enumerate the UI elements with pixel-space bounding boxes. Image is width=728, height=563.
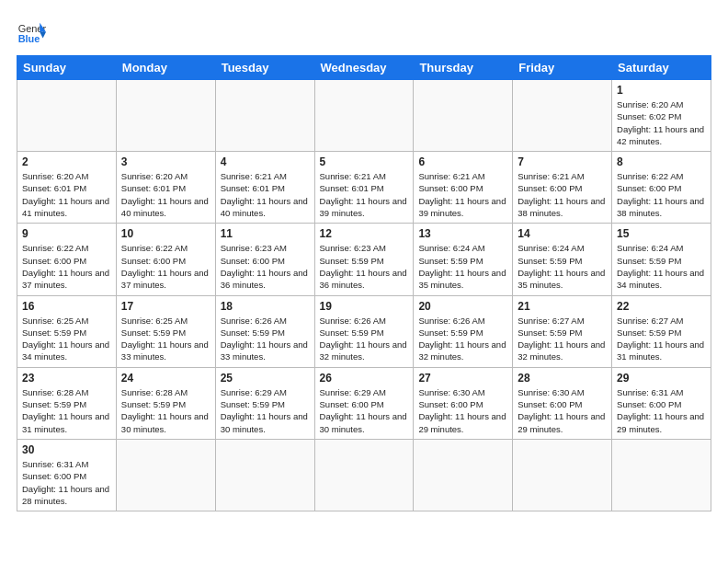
calendar-cell: 5Sunrise: 6:21 AMSunset: 6:01 PMDaylight… xyxy=(314,152,414,224)
day-number: 3 xyxy=(121,155,210,168)
day-number: 25 xyxy=(221,372,310,385)
day-number: 27 xyxy=(418,372,507,385)
calendar-cell: 11Sunrise: 6:23 AMSunset: 6:00 PMDayligh… xyxy=(215,224,314,295)
weekday-header-wednesday: Wednesday xyxy=(314,56,414,80)
weekday-header-thursday: Thursday xyxy=(414,56,513,80)
calendar-cell xyxy=(513,439,612,511)
calendar-cell: 30Sunrise: 6:31 AMSunset: 6:00 PMDayligh… xyxy=(17,439,117,511)
day-number: 18 xyxy=(221,300,310,313)
svg-text:Blue: Blue xyxy=(18,33,40,44)
cell-sun-info: Sunrise: 6:30 AMSunset: 6:00 PMDaylight:… xyxy=(518,386,607,435)
day-number: 28 xyxy=(518,372,607,385)
cell-sun-info: Sunrise: 6:27 AMSunset: 5:59 PMDaylight:… xyxy=(617,315,706,363)
day-number: 14 xyxy=(518,227,607,240)
calendar-week-row: 23Sunrise: 6:28 AMSunset: 5:59 PMDayligh… xyxy=(17,367,711,439)
day-number: 29 xyxy=(617,372,706,385)
calendar-cell xyxy=(116,80,215,152)
calendar-week-row: 30Sunrise: 6:31 AMSunset: 6:00 PMDayligh… xyxy=(17,439,711,511)
calendar-cell: 21Sunrise: 6:27 AMSunset: 5:59 PMDayligh… xyxy=(513,295,612,367)
day-number: 19 xyxy=(320,300,409,313)
cell-sun-info: Sunrise: 6:23 AMSunset: 5:59 PMDaylight:… xyxy=(320,242,409,291)
cell-sun-info: Sunrise: 6:26 AMSunset: 5:59 PMDaylight:… xyxy=(418,315,507,363)
day-number: 23 xyxy=(22,372,111,385)
day-number: 22 xyxy=(617,300,706,313)
calendar-cell xyxy=(314,439,414,511)
day-number: 30 xyxy=(22,443,111,456)
calendar-week-row: 2Sunrise: 6:20 AMSunset: 6:01 PMDaylight… xyxy=(17,152,711,224)
calendar-cell: 4Sunrise: 6:21 AMSunset: 6:01 PMDaylight… xyxy=(215,152,314,224)
calendar-cell: 19Sunrise: 6:26 AMSunset: 5:59 PMDayligh… xyxy=(314,295,414,367)
weekday-header-row: SundayMondayTuesdayWednesdayThursdayFrid… xyxy=(17,56,711,80)
cell-sun-info: Sunrise: 6:21 AMSunset: 6:00 PMDaylight:… xyxy=(418,170,507,219)
cell-sun-info: Sunrise: 6:26 AMSunset: 5:59 PMDaylight:… xyxy=(221,315,310,363)
cell-sun-info: Sunrise: 6:31 AMSunset: 6:00 PMDaylight:… xyxy=(617,386,706,435)
calendar-cell xyxy=(215,439,314,511)
day-number: 1 xyxy=(617,84,706,97)
day-number: 24 xyxy=(121,372,210,385)
calendar-cell: 15Sunrise: 6:24 AMSunset: 5:59 PMDayligh… xyxy=(612,224,711,295)
day-number: 21 xyxy=(518,300,607,313)
day-number: 6 xyxy=(418,155,507,168)
day-number: 15 xyxy=(617,227,706,240)
weekday-header-saturday: Saturday xyxy=(612,56,711,80)
cell-sun-info: Sunrise: 6:29 AMSunset: 6:00 PMDaylight:… xyxy=(320,386,409,435)
calendar-cell: 10Sunrise: 6:22 AMSunset: 6:00 PMDayligh… xyxy=(116,224,215,295)
day-number: 13 xyxy=(418,227,507,240)
logo-icon: General Blue xyxy=(17,17,46,46)
calendar-cell: 27Sunrise: 6:30 AMSunset: 6:00 PMDayligh… xyxy=(414,367,513,439)
calendar-cell: 20Sunrise: 6:26 AMSunset: 5:59 PMDayligh… xyxy=(414,295,513,367)
calendar-cell: 18Sunrise: 6:26 AMSunset: 5:59 PMDayligh… xyxy=(215,295,314,367)
cell-sun-info: Sunrise: 6:21 AMSunset: 6:01 PMDaylight:… xyxy=(221,170,310,219)
calendar-cell: 12Sunrise: 6:23 AMSunset: 5:59 PMDayligh… xyxy=(314,224,414,295)
calendar-cell: 7Sunrise: 6:21 AMSunset: 6:00 PMDaylight… xyxy=(513,152,612,224)
day-number: 9 xyxy=(22,227,111,240)
calendar-cell xyxy=(116,439,215,511)
calendar-cell: 23Sunrise: 6:28 AMSunset: 5:59 PMDayligh… xyxy=(17,367,117,439)
calendar-cell: 2Sunrise: 6:20 AMSunset: 6:01 PMDaylight… xyxy=(17,152,117,224)
weekday-header-tuesday: Tuesday xyxy=(215,56,314,80)
cell-sun-info: Sunrise: 6:26 AMSunset: 5:59 PMDaylight:… xyxy=(320,315,409,363)
calendar-cell: 17Sunrise: 6:25 AMSunset: 5:59 PMDayligh… xyxy=(116,295,215,367)
calendar-cell xyxy=(414,80,513,152)
cell-sun-info: Sunrise: 6:25 AMSunset: 5:59 PMDaylight:… xyxy=(121,315,210,363)
cell-sun-info: Sunrise: 6:20 AMSunset: 6:01 PMDaylight:… xyxy=(121,170,210,219)
calendar-week-row: 9Sunrise: 6:22 AMSunset: 6:00 PMDaylight… xyxy=(17,224,711,295)
calendar-cell: 9Sunrise: 6:22 AMSunset: 6:00 PMDaylight… xyxy=(17,224,117,295)
calendar-cell: 25Sunrise: 6:29 AMSunset: 5:59 PMDayligh… xyxy=(215,367,314,439)
cell-sun-info: Sunrise: 6:20 AMSunset: 6:01 PMDaylight:… xyxy=(22,170,111,219)
calendar-cell: 1Sunrise: 6:20 AMSunset: 6:02 PMDaylight… xyxy=(612,80,711,152)
header: General Blue xyxy=(17,17,711,46)
weekday-header-monday: Monday xyxy=(116,56,215,80)
day-number: 16 xyxy=(22,300,111,313)
cell-sun-info: Sunrise: 6:22 AMSunset: 6:00 PMDaylight:… xyxy=(617,170,706,219)
calendar-cell: 22Sunrise: 6:27 AMSunset: 5:59 PMDayligh… xyxy=(612,295,711,367)
cell-sun-info: Sunrise: 6:20 AMSunset: 6:02 PMDaylight:… xyxy=(617,98,706,147)
calendar-table: SundayMondayTuesdayWednesdayThursdayFrid… xyxy=(17,55,711,511)
calendar-cell: 28Sunrise: 6:30 AMSunset: 6:00 PMDayligh… xyxy=(513,367,612,439)
calendar-cell: 26Sunrise: 6:29 AMSunset: 6:00 PMDayligh… xyxy=(314,367,414,439)
calendar-cell: 3Sunrise: 6:20 AMSunset: 6:01 PMDaylight… xyxy=(116,152,215,224)
day-number: 7 xyxy=(518,155,607,168)
cell-sun-info: Sunrise: 6:21 AMSunset: 6:01 PMDaylight:… xyxy=(320,170,409,219)
weekday-header-sunday: Sunday xyxy=(17,56,117,80)
calendar-cell xyxy=(513,80,612,152)
cell-sun-info: Sunrise: 6:23 AMSunset: 6:00 PMDaylight:… xyxy=(221,242,310,291)
day-number: 11 xyxy=(221,227,310,240)
cell-sun-info: Sunrise: 6:28 AMSunset: 5:59 PMDaylight:… xyxy=(121,386,210,435)
cell-sun-info: Sunrise: 6:24 AMSunset: 5:59 PMDaylight:… xyxy=(418,242,507,291)
svg-marker-3 xyxy=(40,32,46,39)
day-number: 4 xyxy=(221,155,310,168)
cell-sun-info: Sunrise: 6:22 AMSunset: 6:00 PMDaylight:… xyxy=(121,242,210,291)
calendar-cell xyxy=(215,80,314,152)
calendar-week-row: 16Sunrise: 6:25 AMSunset: 5:59 PMDayligh… xyxy=(17,295,711,367)
day-number: 20 xyxy=(418,300,507,313)
calendar-cell: 24Sunrise: 6:28 AMSunset: 5:59 PMDayligh… xyxy=(116,367,215,439)
day-number: 26 xyxy=(320,372,409,385)
page: General Blue SundayMondayTuesdayWednesda… xyxy=(0,0,728,563)
day-number: 10 xyxy=(121,227,210,240)
calendar-cell: 14Sunrise: 6:24 AMSunset: 5:59 PMDayligh… xyxy=(513,224,612,295)
calendar-cell: 13Sunrise: 6:24 AMSunset: 5:59 PMDayligh… xyxy=(414,224,513,295)
cell-sun-info: Sunrise: 6:22 AMSunset: 6:00 PMDaylight:… xyxy=(22,242,111,291)
cell-sun-info: Sunrise: 6:30 AMSunset: 6:00 PMDaylight:… xyxy=(418,386,507,435)
calendar-cell xyxy=(17,80,117,152)
